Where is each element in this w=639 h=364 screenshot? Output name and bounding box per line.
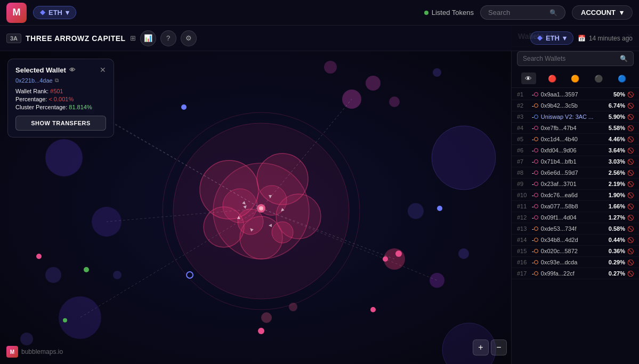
wallet-hide-icon[interactable]: 🚫 <box>627 159 634 165</box>
wallet-rank: #14 <box>517 237 532 243</box>
wallet-list-item[interactable]: #13 - 0xde53...734f 0.58% 🚫 <box>512 223 639 234</box>
wallet-list-item[interactable]: #12 - 0x09f1...4d04 1.27% 🚫 <box>512 212 639 223</box>
wallet-dot-icon <box>534 171 538 175</box>
wallet-eye-icon[interactable]: 👁 <box>69 67 75 73</box>
wallet-list-item[interactable]: #10 - 0xdc76...ea6d 1.90% 🚫 <box>512 190 639 201</box>
wallet-percentage: 0.27% <box>609 270 625 277</box>
wallet-address: 0x99fa...22cf <box>541 270 609 277</box>
wallet-list-item[interactable]: #11 - 0xa077...58b8 1.66% 🚫 <box>512 201 639 212</box>
wallet-list-item[interactable]: #1 - 0x9aa1...3597 50% 🚫 <box>512 89 639 100</box>
wallet-address: 0xc1d4...4b40 <box>541 136 609 142</box>
wallet-list-item[interactable]: #4 - 0xe7fb...47b4 5.58% 🚫 <box>512 123 639 134</box>
wallet-percentage: 6.74% <box>609 102 625 109</box>
selected-wallet-title: Selected Wallet <box>15 66 66 74</box>
zoom-out-button[interactable]: − <box>491 339 507 355</box>
wallet-percentage-row: Percentage: < 0.001% <box>15 96 106 102</box>
svg-point-16 <box>408 203 424 219</box>
wallet-list-item[interactable]: #7 - 0x71b4...bfb1 3.03% 🚫 <box>512 156 639 167</box>
settings-icon-button[interactable]: ⚙ <box>181 30 197 46</box>
zoom-in-button[interactable]: + <box>473 339 489 355</box>
listed-tokens-link[interactable]: Listed Tokens <box>424 9 474 17</box>
wallet-hide-icon[interactable]: 🚫 <box>627 192 634 198</box>
wallet-dot-icon <box>534 249 538 253</box>
svg-point-55 <box>181 104 187 110</box>
wallet-hide-icon[interactable]: 🚫 <box>627 237 634 243</box>
copy-address-icon[interactable]: ⧉ <box>55 77 59 84</box>
green-dot-icon <box>424 11 428 15</box>
wallet-list-item[interactable]: #16 - 0xc93e...dcda 0.29% 🚫 <box>512 257 639 268</box>
filter-icon-3[interactable]: ⚫ <box>591 72 606 84</box>
wallet-hide-icon[interactable]: 🚫 <box>627 92 634 98</box>
wallet-percentage: 1.66% <box>609 203 625 209</box>
svg-point-50 <box>395 250 402 257</box>
eth-network-badge[interactable]: ETH ▾ <box>33 6 76 19</box>
wallet-percentage: 3.64% <box>609 147 625 153</box>
svg-point-57 <box>370 307 376 312</box>
wallet-hide-icon[interactable]: 🚫 <box>627 136 634 142</box>
eth-chain-button[interactable]: ETH ▾ <box>530 31 573 45</box>
wallet-rank: #3 <box>517 114 532 120</box>
wallet-rank: #4 <box>517 125 532 131</box>
wallet-percentage: 4.46% <box>609 136 625 142</box>
wallet-search-input[interactable] <box>523 55 617 62</box>
wallet-dot-icon <box>534 238 538 242</box>
svg-point-15 <box>113 271 122 279</box>
wallet-percentage: 1.27% <box>609 214 625 221</box>
wallet-hide-icon[interactable]: 🚫 <box>627 103 634 109</box>
wallet-list-item[interactable]: #9 - 0x23af...3701 2.19% 🚫 <box>512 179 639 190</box>
wallet-list-item[interactable]: #5 - 0xc1d4...4b40 4.46% 🚫 <box>512 134 639 145</box>
wallet-hide-icon[interactable]: 🚫 <box>627 148 634 153</box>
filter-icon-2[interactable]: 🟠 <box>568 72 583 84</box>
wallet-dot-icon <box>534 126 538 130</box>
wallet-hide-icon[interactable]: 🚫 <box>627 271 634 277</box>
wallet-rank: #12 <box>517 214 532 221</box>
wallet-hide-icon[interactable]: 🚫 <box>627 114 634 120</box>
wallet-address: 0x9b42...3c5b <box>541 102 609 109</box>
wallet-address: Uniswap V2: 3AC ... <box>541 114 609 120</box>
filter-icon-4[interactable]: 🔵 <box>614 72 629 84</box>
wallet-rank: #10 <box>517 192 532 198</box>
svg-point-56 <box>437 206 442 211</box>
wallet-close-button[interactable]: ✕ <box>100 66 106 74</box>
view-all-icon[interactable]: 👁 <box>521 72 536 84</box>
show-transfers-button[interactable]: SHOW TRANSFERS <box>15 116 106 131</box>
global-search-bar[interactable]: 🔍 <box>480 5 565 20</box>
wallet-address: 0x020c...5872 <box>541 248 609 254</box>
wallet-address: 0x09f1...4d04 <box>541 214 609 221</box>
wallet-rank: #8 <box>517 169 532 176</box>
wallet-percentage: 50% <box>613 91 625 98</box>
wallet-list-item[interactable]: #2 - 0x9b42...3c5b 6.74% 🚫 <box>512 100 639 111</box>
wallet-list-item[interactable]: #15 - 0x020c...5872 0.36% 🚫 <box>512 246 639 257</box>
account-button[interactable]: ACCOUNT ▾ <box>572 5 633 20</box>
svg-point-9 <box>45 267 61 283</box>
help-icon-button[interactable]: ? <box>160 30 176 46</box>
filter-icon-1[interactable]: 🔴 <box>545 72 560 84</box>
wallet-hide-icon[interactable]: 🚫 <box>627 248 634 254</box>
wallet-list-item[interactable]: #14 - 0x34b8...4d2d 0.44% 🚫 <box>512 234 639 246</box>
wallet-list-item[interactable]: #17 - 0x99fa...22cf 0.27% 🚫 <box>512 268 639 279</box>
cluster-expand-icon[interactable]: ⊞ <box>130 34 136 42</box>
wallet-hide-icon[interactable]: 🚫 <box>627 226 634 232</box>
wallet-hide-icon[interactable]: 🚫 <box>627 215 634 221</box>
wallet-list-item[interactable]: #6 - 0xfd04...9d06 3.64% 🚫 <box>512 145 639 156</box>
wallet-address[interactable]: 0x221b...4dae ⧉ <box>15 77 106 84</box>
wallet-rank: #11 <box>517 203 532 209</box>
wallet-percentage: 2.19% <box>609 181 625 187</box>
wallet-hide-icon[interactable]: 🚫 <box>627 125 634 131</box>
chart-icon-button[interactable]: 📊 <box>140 30 156 46</box>
wallet-hide-icon[interactable]: 🚫 <box>627 181 634 187</box>
wallet-dot-icon <box>534 159 538 164</box>
wallet-rank: #15 <box>517 248 532 254</box>
wallets-list[interactable]: #1 - 0x9aa1...3597 50% 🚫 #2 - 0x9b42...3… <box>512 88 639 364</box>
wallet-percentage: 3.03% <box>609 158 625 165</box>
wallet-hide-icon[interactable]: 🚫 <box>627 260 634 265</box>
wallet-search-bar[interactable]: 🔍 <box>517 51 634 66</box>
wallet-rank: #7 <box>517 158 532 165</box>
search-icon: 🔍 <box>620 55 628 62</box>
bubblemaps-logo: M bubblemaps.io <box>6 346 63 358</box>
wallet-list-item[interactable]: #3 - Uniswap V2: 3AC ... 5.90% 🚫 <box>512 111 639 123</box>
wallet-list-item[interactable]: #8 - 0x6e6d...59d7 2.56% 🚫 <box>512 167 639 179</box>
global-search-input[interactable] <box>488 9 545 17</box>
wallet-hide-icon[interactable]: 🚫 <box>627 204 634 209</box>
wallet-hide-icon[interactable]: 🚫 <box>627 170 634 176</box>
